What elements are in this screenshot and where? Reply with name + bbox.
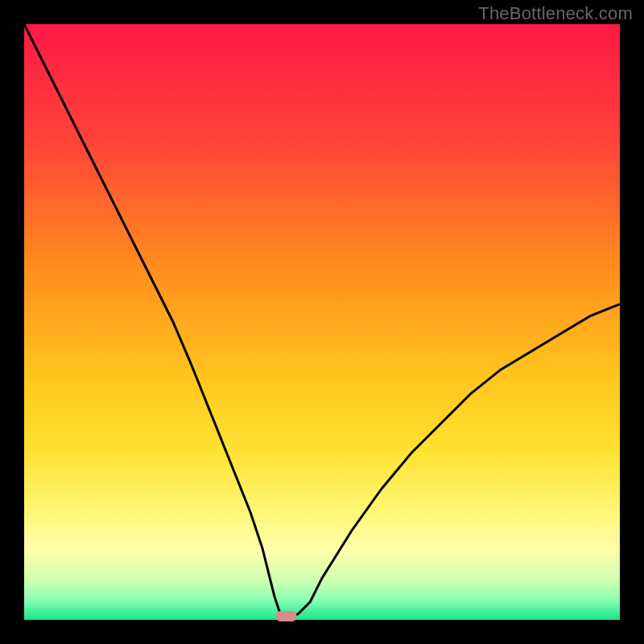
plot-background [24,24,620,620]
chart-frame: TheBottleneck.com [0,0,644,644]
watermark-text: TheBottleneck.com [478,3,633,24]
bottleneck-chart [0,0,644,644]
optimal-marker [276,611,297,621]
